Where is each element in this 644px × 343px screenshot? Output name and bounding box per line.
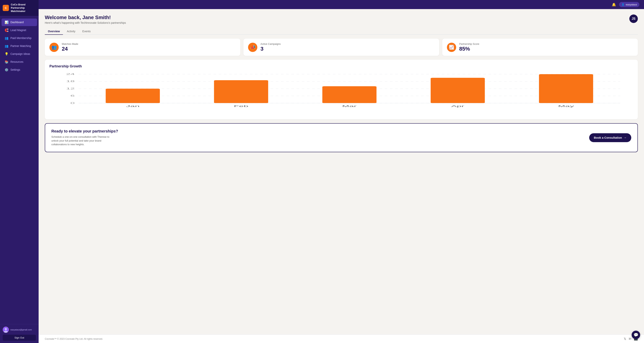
active-campaigns-label: Active Campaigns <box>260 43 281 45</box>
book-consultation-button[interactable]: Book a Consultation → <box>589 133 631 142</box>
logo-icon: C <box>3 5 9 11</box>
user-info: easyaiaus@gmail.com <box>3 326 36 333</box>
svg-text:24: 24 <box>66 73 75 75</box>
chart-container: 06121824JanFebMarAprMay <box>50 72 633 115</box>
main-panel: 🔔 👤 easyaiaus Welcome back, Jane Smith! … <box>38 0 644 343</box>
sidebar-item-resources[interactable]: 📚Resources <box>2 58 37 66</box>
tabs: OverviewActivityEvents <box>45 28 638 35</box>
cta-subtitle: Schedule a one-on-one consultation with … <box>51 135 117 146</box>
sidebar-item-paid-membership[interactable]: 👥Paid Membership <box>2 34 37 42</box>
sidebar-item-partner-matching[interactable]: 👥Partner Matching <box>2 42 37 50</box>
cta-section: Ready to elevate your partnerships? Sche… <box>45 123 638 152</box>
svg-rect-19 <box>431 78 485 103</box>
svg-rect-17 <box>322 86 377 103</box>
partnership-score-info: Partnership Score 85% <box>459 43 479 52</box>
stats-row: 👥 Matches Made 24 📣 Active Campaigns 3 📈… <box>45 39 638 56</box>
sidebar-item-dashboard[interactable]: 📊Dashboard <box>2 19 37 26</box>
matches-made-info: Matches Made 24 <box>62 43 78 52</box>
active-campaigns-icon: 📣 <box>248 43 257 52</box>
svg-text:0: 0 <box>70 102 75 104</box>
footer: Cocreate™ © 2023 Cocreate Pty Ltd. All r… <box>38 334 644 343</box>
cta-title: Ready to elevate your partnerships? <box>51 129 118 133</box>
svg-rect-21 <box>539 74 593 103</box>
sign-out-button[interactable]: Sign Out <box>3 335 36 341</box>
stat-card-matches-made: 👥 Matches Made 24 <box>45 39 240 56</box>
book-btn-label: Book a Consultation <box>594 136 622 139</box>
cta-text-block: Ready to elevate your partnerships? Sche… <box>51 129 118 146</box>
twitter-icon[interactable]: 𝕏 <box>624 337 626 341</box>
chat-bubble[interactable]: 💬 <box>632 331 640 339</box>
copyright-text: Cocreate™ © 2023 Cocreate Pty Ltd. All r… <box>45 337 103 340</box>
user-badge[interactable]: 👤 easyaiaus <box>619 2 639 7</box>
svg-text:Feb: Feb <box>234 105 248 108</box>
tab-events[interactable]: Events <box>79 28 94 35</box>
settings-icon: ⚙️ <box>5 68 8 72</box>
sidebar: C CoCo Brand Partnership Matchmaker 📊Das… <box>0 0 38 343</box>
partnership-score-label: Partnership Score <box>459 43 479 45</box>
user-avatar: JS <box>629 15 638 23</box>
active-campaigns-value: 3 <box>260 46 281 52</box>
stat-card-partnership-score: 📈 Partnership Score 85% <box>442 39 638 56</box>
book-btn-arrow: → <box>624 136 627 139</box>
sidebar-logo: C CoCo Brand Partnership Matchmaker <box>0 0 38 16</box>
active-campaigns-info: Active Campaigns 3 <box>260 43 281 52</box>
nav-menu: 📊Dashboard🧲Lead Magnet👥Paid Membership👥P… <box>0 16 38 324</box>
logo-text: CoCo Brand Partnership Matchmaker <box>11 3 36 13</box>
tab-overview[interactable]: Overview <box>45 28 63 35</box>
svg-text:Mar: Mar <box>342 105 357 108</box>
sidebar-item-settings[interactable]: ⚙️Settings <box>2 66 37 74</box>
lead-magnet-icon: 🧲 <box>5 28 8 32</box>
welcome-text-block: Welcome back, Jane Smith! Here's what's … <box>45 15 126 24</box>
sidebar-item-campaign-ideas[interactable]: 💡Campaign Ideas <box>2 50 37 58</box>
topbar: 🔔 👤 easyaiaus <box>38 0 644 9</box>
welcome-section: Welcome back, Jane Smith! Here's what's … <box>45 15 638 24</box>
resources-icon: 📚 <box>5 60 8 64</box>
linkedin-icon[interactable]: in <box>629 337 631 341</box>
campaign-ideas-icon: 💡 <box>5 52 8 56</box>
svg-rect-13 <box>106 89 160 103</box>
partner-matching-icon: 👥 <box>5 44 8 48</box>
notification-icon[interactable]: 🔔 <box>612 3 616 7</box>
matches-made-label: Matches Made <box>62 43 78 45</box>
nav-label-lead-magnet: Lead Magnet <box>10 29 26 32</box>
nav-label-campaign-ideas: Campaign Ideas <box>10 52 30 56</box>
nav-label-settings: Settings <box>10 68 20 71</box>
paid-membership-icon: 👥 <box>5 36 8 40</box>
svg-text:18: 18 <box>66 80 75 83</box>
svg-text:May: May <box>558 105 574 108</box>
svg-text:6: 6 <box>70 95 75 97</box>
svg-text:Apr: Apr <box>451 105 464 108</box>
user-avatar-small <box>3 326 9 333</box>
sidebar-footer: easyaiaus@gmail.com Sign Out <box>0 324 38 343</box>
dashboard-icon: 📊 <box>5 21 8 24</box>
sidebar-item-lead-magnet[interactable]: 🧲Lead Magnet <box>2 27 37 34</box>
matches-made-icon: 👥 <box>50 43 59 52</box>
svg-rect-15 <box>214 80 268 103</box>
nav-label-dashboard: Dashboard <box>10 21 24 24</box>
partnership-score-icon: 📈 <box>447 43 456 52</box>
chart-svg: 06121824JanFebMarAprMay <box>50 72 633 115</box>
user-email: easyaiaus@gmail.com <box>10 328 32 331</box>
svg-point-1 <box>5 328 7 330</box>
partnership-score-value: 85% <box>459 46 479 52</box>
welcome-subtitle: Here's what's happening with TechInnovat… <box>45 21 126 24</box>
stat-card-active-campaigns: 📣 Active Campaigns 3 <box>244 39 439 56</box>
user-icon: 👤 <box>622 3 624 6</box>
nav-label-paid-membership: Paid Membership <box>10 37 32 40</box>
nav-label-resources: Resources <box>10 60 23 63</box>
nav-label-partner-matching: Partner Matching <box>10 45 31 48</box>
username-label: easyaiaus <box>626 3 637 6</box>
chart-section: Partnership Growth 06121824JanFebMarAprM… <box>45 60 638 119</box>
content-area: Welcome back, Jane Smith! Here's what's … <box>38 9 644 334</box>
chart-title: Partnership Growth <box>50 64 633 68</box>
matches-made-value: 24 <box>62 46 78 52</box>
welcome-title: Welcome back, Jane Smith! <box>45 15 126 21</box>
svg-text:12: 12 <box>66 87 75 90</box>
tab-activity[interactable]: Activity <box>64 28 78 35</box>
svg-text:Jan: Jan <box>126 105 140 108</box>
